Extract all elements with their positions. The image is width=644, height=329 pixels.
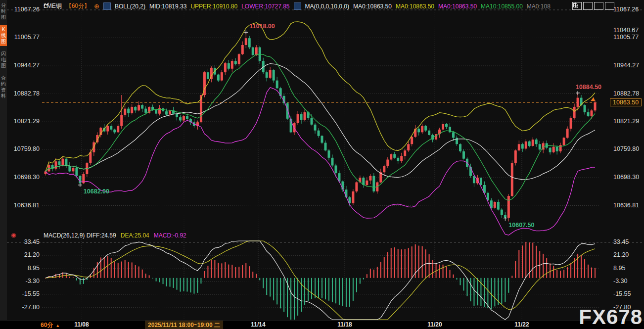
macd-bar xyxy=(443,265,444,278)
chart-toolbar xyxy=(572,2,614,10)
left-axis-label: 11005.77 xyxy=(7,34,42,41)
candle-body xyxy=(314,125,317,131)
candle-body xyxy=(535,140,538,144)
macd-bar xyxy=(373,270,374,278)
macd-bar xyxy=(238,267,239,278)
candle-body xyxy=(494,202,496,208)
candle-body xyxy=(497,202,500,210)
candle-body xyxy=(525,141,527,149)
candle-body xyxy=(120,115,123,126)
settings-circle-icon: ⊕ xyxy=(94,3,99,9)
sidebar-tab-3[interactable]: 闪电图 xyxy=(0,49,7,70)
candle-body xyxy=(179,117,182,120)
macd-bar xyxy=(391,248,392,278)
macd-bar xyxy=(252,272,253,278)
candle-body xyxy=(255,47,258,55)
macd-bar xyxy=(256,274,257,278)
macd-bar xyxy=(367,274,368,278)
macd-bar xyxy=(394,247,395,278)
right-axis-label: 10759.80 xyxy=(613,145,639,152)
macd-bar xyxy=(387,252,388,278)
candle-body xyxy=(518,144,520,150)
candle-body xyxy=(424,126,427,131)
candle-body xyxy=(276,81,278,89)
macd-bar xyxy=(221,263,222,278)
macd-indicator-header: MACD(26,12,9) DIFF:24.59DEA:25.04MACD:-0… xyxy=(44,232,186,239)
right-axis-label: -15.55 xyxy=(613,290,631,297)
macd-bar xyxy=(200,278,201,283)
candle-body xyxy=(155,110,157,113)
macd-bar xyxy=(294,278,295,320)
macd-bar xyxy=(508,278,509,293)
macd-bar xyxy=(104,257,105,278)
macd-bar xyxy=(356,278,357,292)
candle-body xyxy=(331,158,333,166)
candle-body xyxy=(556,147,558,151)
candle-body xyxy=(245,38,247,45)
price-annotation: 10884.50 xyxy=(576,84,601,95)
macd-bar xyxy=(518,250,519,278)
macd-bar xyxy=(484,278,485,307)
macd-bar xyxy=(114,261,115,278)
candle-body xyxy=(324,143,326,151)
x-axis-tick: 11/08 xyxy=(64,321,99,328)
candle-body xyxy=(252,47,254,55)
right-axis-label: 10636.81 xyxy=(613,202,639,209)
left-axis-label: 8.95 xyxy=(7,265,42,272)
macd-bar xyxy=(228,265,229,278)
grid-lines xyxy=(7,10,644,320)
candle-body xyxy=(141,105,143,108)
candle-body xyxy=(428,131,430,135)
macd-bar xyxy=(470,278,471,301)
scale-y-axis-icon[interactable] xyxy=(583,2,593,10)
candle-body xyxy=(511,163,513,196)
macd-bar xyxy=(121,262,122,278)
macd-bar xyxy=(384,257,385,278)
left-axis-label: -27.80 xyxy=(7,304,42,311)
macd-bar xyxy=(322,278,322,298)
macd-bar xyxy=(363,278,364,280)
macd-bar xyxy=(353,278,354,301)
macd-bar xyxy=(55,274,56,278)
candle-body xyxy=(421,126,423,133)
macd-bar xyxy=(218,263,219,278)
indicator-value: 【60分】 xyxy=(66,2,90,10)
sidebar-tab-4[interactable]: 合约资料 xyxy=(0,74,7,100)
macd-bar xyxy=(325,278,326,299)
macd-bar xyxy=(563,270,564,278)
macd-bar xyxy=(107,256,108,278)
macd-bar xyxy=(163,278,164,284)
macd-bar xyxy=(422,246,423,278)
macd-bar xyxy=(142,270,143,278)
macd-bar xyxy=(290,278,291,320)
main-chart[interactable]: 11018.0010682.0010884.5010607.50 xyxy=(0,0,644,329)
candle-body xyxy=(224,63,227,72)
macd-bar xyxy=(480,278,481,306)
macd-bar xyxy=(522,245,523,278)
interval-selector[interactable]: 60分▲ xyxy=(41,321,60,329)
candle-body xyxy=(591,110,593,116)
candle-body xyxy=(462,151,465,159)
macd-bar xyxy=(398,249,399,278)
candle-body xyxy=(127,109,130,113)
candle-body xyxy=(400,156,403,161)
scale-x-axis-icon[interactable] xyxy=(594,2,603,10)
sidebar-tab-1[interactable]: 分时图 xyxy=(0,1,7,22)
sidebar-tab-2[interactable]: K线图 xyxy=(0,25,7,46)
candle-body xyxy=(68,166,71,171)
left-axis-label: 11067.26 xyxy=(7,6,42,13)
candle-body xyxy=(390,154,392,160)
macd-bar xyxy=(149,275,150,278)
macd-bar xyxy=(166,278,167,286)
candle-body xyxy=(217,75,220,81)
candle-body xyxy=(297,114,299,123)
candle-body xyxy=(514,150,517,163)
candle-body xyxy=(386,160,389,166)
macd-bar xyxy=(405,249,406,278)
right-axis-label: 8.95 xyxy=(613,265,625,272)
macd-bar xyxy=(128,262,129,278)
candle-body xyxy=(110,126,112,130)
macd-dea-line xyxy=(46,241,595,320)
candle-body xyxy=(61,159,64,165)
candle-body xyxy=(507,196,510,218)
